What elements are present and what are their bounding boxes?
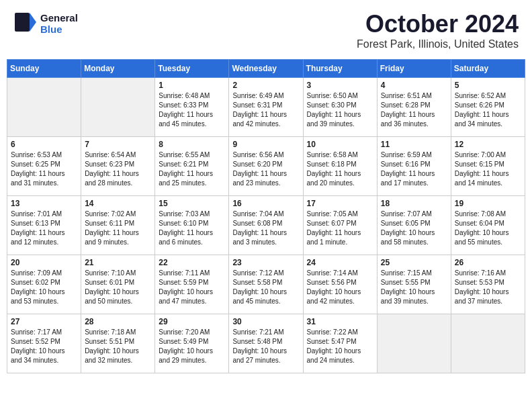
calendar-cell: 28Sunrise: 7:18 AM Sunset: 5:51 PM Dayli… bbox=[81, 314, 155, 373]
calendar-header-row: SundayMondayTuesdayWednesdayThursdayFrid… bbox=[7, 60, 525, 78]
day-number: 4 bbox=[381, 81, 447, 90]
day-number: 29 bbox=[159, 317, 225, 326]
logo: General Blue bbox=[13, 10, 78, 37]
day-header-thursday: Thursday bbox=[303, 60, 377, 78]
calendar-cell bbox=[81, 78, 155, 137]
calendar-week-4: 20Sunrise: 7:09 AM Sunset: 6:02 PM Dayli… bbox=[7, 255, 525, 314]
day-number: 10 bbox=[307, 140, 373, 149]
day-number: 9 bbox=[232, 140, 299, 149]
day-number: 31 bbox=[307, 317, 373, 326]
day-info: Sunrise: 6:55 AM Sunset: 6:21 PM Dayligh… bbox=[159, 150, 225, 188]
calendar-cell: 27Sunrise: 7:17 AM Sunset: 5:52 PM Dayli… bbox=[7, 314, 81, 373]
calendar-cell: 3Sunrise: 6:50 AM Sunset: 6:30 PM Daylig… bbox=[303, 78, 377, 137]
day-number: 22 bbox=[159, 258, 225, 267]
calendar-table: SundayMondayTuesdayWednesdayThursdayFrid… bbox=[7, 59, 525, 373]
calendar-cell: 2Sunrise: 6:49 AM Sunset: 6:31 PM Daylig… bbox=[229, 78, 303, 137]
day-number: 3 bbox=[307, 81, 373, 90]
title-block: October 2024 Forest Park, Illinois, Unit… bbox=[357, 10, 519, 50]
day-number: 11 bbox=[381, 140, 447, 149]
day-number: 24 bbox=[307, 258, 373, 267]
calendar-week-1: 1Sunrise: 6:48 AM Sunset: 6:33 PM Daylig… bbox=[7, 78, 525, 137]
day-info: Sunrise: 6:49 AM Sunset: 6:31 PM Dayligh… bbox=[232, 91, 299, 129]
day-info: Sunrise: 7:10 AM Sunset: 6:01 PM Dayligh… bbox=[85, 269, 151, 306]
day-info: Sunrise: 7:07 AM Sunset: 6:05 PM Dayligh… bbox=[381, 210, 447, 247]
day-number: 13 bbox=[11, 199, 77, 208]
day-info: Sunrise: 7:01 AM Sunset: 6:13 PM Dayligh… bbox=[11, 210, 77, 247]
logo-general: General bbox=[40, 12, 78, 24]
day-number: 5 bbox=[455, 81, 521, 90]
day-number: 26 bbox=[455, 258, 521, 267]
day-info: Sunrise: 7:00 AM Sunset: 6:15 PM Dayligh… bbox=[455, 150, 521, 188]
day-info: Sunrise: 6:52 AM Sunset: 6:26 PM Dayligh… bbox=[455, 91, 521, 129]
day-info: Sunrise: 7:03 AM Sunset: 6:10 PM Dayligh… bbox=[159, 210, 225, 247]
calendar-cell: 31Sunrise: 7:22 AM Sunset: 5:47 PM Dayli… bbox=[303, 314, 377, 373]
calendar-cell: 20Sunrise: 7:09 AM Sunset: 6:02 PM Dayli… bbox=[7, 255, 81, 314]
calendar-cell: 8Sunrise: 6:55 AM Sunset: 6:21 PM Daylig… bbox=[155, 137, 229, 196]
day-info: Sunrise: 7:17 AM Sunset: 5:52 PM Dayligh… bbox=[11, 328, 77, 365]
day-number: 28 bbox=[85, 317, 151, 326]
day-info: Sunrise: 6:48 AM Sunset: 6:33 PM Dayligh… bbox=[159, 91, 225, 129]
calendar-cell: 18Sunrise: 7:07 AM Sunset: 6:05 PM Dayli… bbox=[377, 196, 451, 255]
day-number: 1 bbox=[159, 81, 225, 90]
day-info: Sunrise: 7:05 AM Sunset: 6:07 PM Dayligh… bbox=[307, 210, 373, 247]
calendar-cell: 29Sunrise: 7:20 AM Sunset: 5:49 PM Dayli… bbox=[155, 314, 229, 373]
day-number: 15 bbox=[159, 199, 225, 208]
calendar-cell: 6Sunrise: 6:53 AM Sunset: 6:25 PM Daylig… bbox=[7, 137, 81, 196]
calendar-cell: 17Sunrise: 7:05 AM Sunset: 6:07 PM Dayli… bbox=[303, 196, 377, 255]
day-header-sunday: Sunday bbox=[7, 60, 81, 78]
day-number: 12 bbox=[455, 140, 521, 149]
month-title: October 2024 bbox=[357, 10, 519, 38]
day-number: 19 bbox=[455, 199, 521, 208]
day-number: 8 bbox=[159, 140, 225, 149]
calendar-cell: 26Sunrise: 7:16 AM Sunset: 5:53 PM Dayli… bbox=[451, 255, 525, 314]
calendar-cell: 19Sunrise: 7:08 AM Sunset: 6:04 PM Dayli… bbox=[451, 196, 525, 255]
svg-marker-1 bbox=[30, 13, 36, 32]
calendar-cell: 22Sunrise: 7:11 AM Sunset: 5:59 PM Dayli… bbox=[155, 255, 229, 314]
calendar-cell: 7Sunrise: 6:54 AM Sunset: 6:23 PM Daylig… bbox=[81, 137, 155, 196]
calendar-cell bbox=[377, 314, 451, 373]
day-number: 14 bbox=[85, 199, 151, 208]
location: Forest Park, Illinois, United States bbox=[357, 38, 519, 50]
svg-rect-0 bbox=[15, 13, 30, 32]
day-info: Sunrise: 7:18 AM Sunset: 5:51 PM Dayligh… bbox=[85, 328, 151, 365]
day-info: Sunrise: 7:14 AM Sunset: 5:56 PM Dayligh… bbox=[307, 269, 373, 306]
day-number: 18 bbox=[381, 199, 447, 208]
day-header-monday: Monday bbox=[81, 60, 155, 78]
day-info: Sunrise: 7:15 AM Sunset: 5:55 PM Dayligh… bbox=[381, 269, 447, 306]
day-number: 30 bbox=[232, 317, 299, 326]
day-info: Sunrise: 6:58 AM Sunset: 6:18 PM Dayligh… bbox=[307, 150, 373, 188]
day-info: Sunrise: 7:02 AM Sunset: 6:11 PM Dayligh… bbox=[85, 210, 151, 247]
calendar-week-3: 13Sunrise: 7:01 AM Sunset: 6:13 PM Dayli… bbox=[7, 196, 525, 255]
calendar-week-5: 27Sunrise: 7:17 AM Sunset: 5:52 PM Dayli… bbox=[7, 314, 525, 373]
calendar-cell: 9Sunrise: 6:56 AM Sunset: 6:20 PM Daylig… bbox=[229, 137, 303, 196]
day-info: Sunrise: 7:09 AM Sunset: 6:02 PM Dayligh… bbox=[11, 269, 77, 306]
day-info: Sunrise: 6:54 AM Sunset: 6:23 PM Dayligh… bbox=[85, 150, 151, 188]
day-header-friday: Friday bbox=[377, 60, 451, 78]
day-number: 20 bbox=[11, 258, 77, 267]
calendar-cell: 30Sunrise: 7:21 AM Sunset: 5:48 PM Dayli… bbox=[229, 314, 303, 373]
calendar-cell: 14Sunrise: 7:02 AM Sunset: 6:11 PM Dayli… bbox=[81, 196, 155, 255]
day-info: Sunrise: 7:21 AM Sunset: 5:48 PM Dayligh… bbox=[232, 328, 299, 365]
day-header-wednesday: Wednesday bbox=[229, 60, 303, 78]
page-header: General Blue October 2024 Forest Park, I… bbox=[7, 7, 525, 54]
calendar-cell bbox=[7, 78, 81, 137]
day-number: 23 bbox=[232, 258, 299, 267]
day-number: 6 bbox=[11, 140, 77, 149]
day-number: 21 bbox=[85, 258, 151, 267]
logo-icon bbox=[13, 10, 38, 34]
day-info: Sunrise: 6:51 AM Sunset: 6:28 PM Dayligh… bbox=[381, 91, 447, 129]
day-number: 17 bbox=[307, 199, 373, 208]
calendar-cell: 13Sunrise: 7:01 AM Sunset: 6:13 PM Dayli… bbox=[7, 196, 81, 255]
calendar-cell: 4Sunrise: 6:51 AM Sunset: 6:28 PM Daylig… bbox=[377, 78, 451, 137]
calendar-cell: 5Sunrise: 6:52 AM Sunset: 6:26 PM Daylig… bbox=[451, 78, 525, 137]
calendar-cell: 11Sunrise: 6:59 AM Sunset: 6:16 PM Dayli… bbox=[377, 137, 451, 196]
day-number: 2 bbox=[232, 81, 299, 90]
day-header-tuesday: Tuesday bbox=[155, 60, 229, 78]
calendar-cell: 23Sunrise: 7:12 AM Sunset: 5:58 PM Dayli… bbox=[229, 255, 303, 314]
day-number: 27 bbox=[11, 317, 77, 326]
calendar-cell: 10Sunrise: 6:58 AM Sunset: 6:18 PM Dayli… bbox=[303, 137, 377, 196]
day-header-saturday: Saturday bbox=[451, 60, 525, 78]
day-number: 7 bbox=[85, 140, 151, 149]
calendar-cell: 24Sunrise: 7:14 AM Sunset: 5:56 PM Dayli… bbox=[303, 255, 377, 314]
calendar-cell: 1Sunrise: 6:48 AM Sunset: 6:33 PM Daylig… bbox=[155, 78, 229, 137]
